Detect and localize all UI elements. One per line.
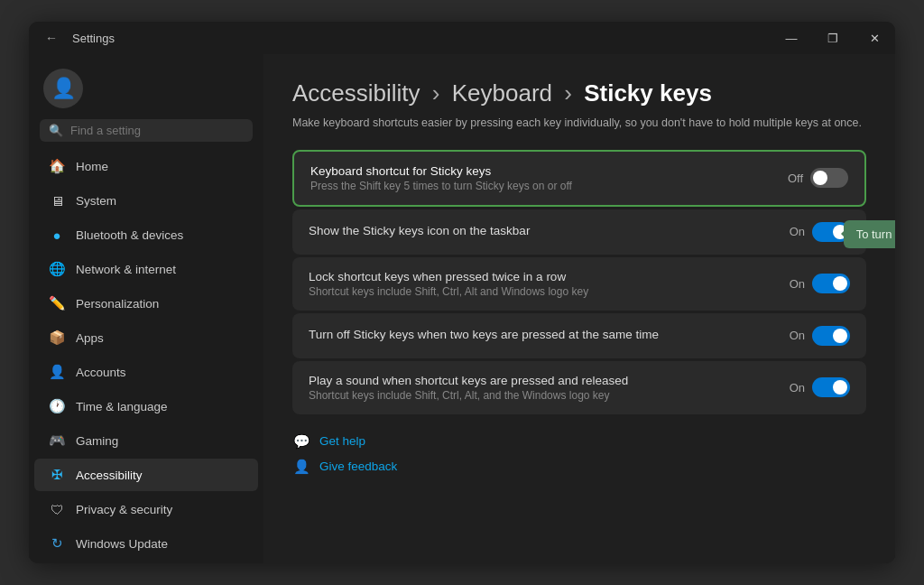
sidebar-item-time[interactable]: 🕐 Time & language	[34, 390, 258, 422]
toggle-lock-shortcut[interactable]	[812, 274, 850, 293]
sidebar-item-system-label: System	[76, 194, 116, 208]
sidebar-item-gaming[interactable]: 🎮 Gaming	[34, 424, 258, 457]
breadcrumb: Accessibility › Keyboard › Sticky keys	[292, 79, 866, 107]
setting-desc-lock-shortcut: Shortcut keys include Shift, Ctrl, Alt a…	[309, 285, 772, 298]
toggle-area-two-keys: On	[790, 326, 850, 346]
toggle-label-show-icon: On	[790, 225, 805, 238]
give-feedback-icon: 👤	[292, 458, 310, 476]
sidebar-item-update[interactable]: ↻ Windows Update	[34, 527, 258, 560]
setting-row-play-sound: Play a sound when shortcut keys are pres…	[292, 361, 866, 414]
give-feedback-label: Give feedback	[319, 460, 397, 473]
sidebar-item-bluetooth-label: Bluetooth & devices	[76, 228, 183, 242]
content-area: 👤 🔍 🏠 Home 🖥 System ● Bluetooth & device…	[29, 54, 895, 563]
sidebar-item-apps-label: Apps	[76, 331, 104, 345]
sidebar-item-privacy-label: Privacy & security	[76, 503, 172, 516]
system-icon: 🖥	[49, 192, 65, 209]
titlebar: ← Settings — ❐ ✕	[29, 22, 895, 54]
breadcrumb-part1: Accessibility	[292, 79, 420, 107]
give-feedback-link[interactable]: 👤 Give feedback	[292, 458, 866, 476]
setting-title-lock-shortcut: Lock shortcut keys when pressed twice in…	[309, 270, 772, 283]
breadcrumb-part2: Keyboard	[452, 79, 552, 107]
toggle-area-play-sound: On	[790, 377, 850, 397]
setting-info-play-sound: Play a sound when shortcut keys are pres…	[309, 374, 772, 402]
accessibility-icon: ✠	[49, 467, 65, 483]
toggle-thumb-two-keys	[833, 329, 847, 343]
toggle-area-keyboard-shortcut: Off	[788, 168, 848, 188]
window-title: Settings	[72, 32, 115, 45]
setting-info-show-icon: Show the Sticky keys icon on the taskbar	[309, 224, 772, 239]
sidebar-item-privacy[interactable]: 🛡 Privacy & security	[34, 493, 258, 525]
toggle-area-show-icon: On To turn off Sticky Keys, flip the tog…	[790, 222, 850, 242]
get-help-label: Get help	[319, 434, 365, 448]
sidebar-item-apps[interactable]: 📦 Apps	[34, 321, 258, 354]
search-icon: 🔍	[49, 124, 63, 137]
back-button[interactable]: ←	[40, 27, 63, 49]
setting-row-show-icon: Show the Sticky keys icon on the taskbar…	[292, 209, 866, 255]
sidebar-item-accessibility-label: Accessibility	[76, 469, 143, 482]
sidebar-item-home-label: Home	[76, 160, 108, 173]
search-box[interactable]: 🔍	[40, 119, 253, 142]
home-icon: 🏠	[49, 158, 65, 174]
setting-row-two-keys: Turn off Sticky keys when two keys are p…	[292, 313, 866, 358]
toggle-keyboard-shortcut[interactable]	[810, 168, 848, 188]
toggle-thumb-keyboard-shortcut	[813, 171, 827, 185]
avatar[interactable]: 👤	[43, 69, 83, 108]
minimize-button[interactable]: —	[771, 22, 812, 54]
sidebar-item-home[interactable]: 🏠 Home	[34, 150, 258, 182]
close-button[interactable]: ✕	[854, 22, 895, 54]
sidebar-item-accessibility[interactable]: ✠ Accessibility	[34, 459, 258, 491]
setting-info-lock-shortcut: Lock shortcut keys when pressed twice in…	[309, 270, 772, 298]
sidebar: 👤 🔍 🏠 Home 🖥 System ● Bluetooth & device…	[29, 54, 263, 563]
toggle-label-two-keys: On	[790, 329, 805, 342]
toggle-label-keyboard-shortcut: Off	[788, 172, 803, 185]
toggle-play-sound[interactable]	[812, 377, 850, 397]
toggle-thumb-lock-shortcut	[833, 276, 847, 291]
search-input[interactable]	[70, 124, 244, 137]
sidebar-item-network[interactable]: 🌐 Network & internet	[34, 253, 258, 285]
setting-title-keyboard-shortcut: Keyboard shortcut for Sticky keys	[310, 164, 770, 178]
setting-row-keyboard-shortcut: Keyboard shortcut for Sticky keys Press …	[292, 150, 866, 207]
privacy-icon: 🛡	[49, 501, 65, 517]
toggle-thumb-play-sound	[833, 380, 847, 395]
setting-row-lock-shortcut: Lock shortcut keys when pressed twice in…	[292, 257, 866, 311]
personalization-icon: ✏️	[49, 295, 65, 311]
gaming-icon: 🎮	[49, 432, 65, 449]
network-icon: 🌐	[49, 261, 65, 277]
sidebar-item-update-label: Windows Update	[76, 537, 168, 551]
breadcrumb-part3: Sticky keys	[584, 79, 712, 107]
setting-info-keyboard-shortcut: Keyboard shortcut for Sticky keys Press …	[310, 164, 770, 192]
tooltip-bubble: To turn off Sticky Keys, flip the toggle…	[844, 220, 895, 248]
bluetooth-icon: ●	[49, 227, 65, 243]
apps-icon: 📦	[49, 330, 65, 346]
sidebar-item-personalization[interactable]: ✏️ Personalization	[34, 287, 258, 320]
toggle-area-lock-shortcut: On	[790, 274, 850, 293]
sidebar-item-system[interactable]: 🖥 System	[34, 184, 258, 217]
setting-info-two-keys: Turn off Sticky keys when two keys are p…	[309, 328, 772, 343]
window-controls: — ❐ ✕	[771, 22, 895, 54]
toggle-label-lock-shortcut: On	[790, 277, 805, 291]
accounts-icon: 👤	[49, 364, 65, 380]
setting-title-two-keys: Turn off Sticky keys when two keys are p…	[309, 328, 772, 341]
link-section: 💬 Get help 👤 Give feedback	[292, 432, 866, 476]
breadcrumb-sep2: ›	[564, 79, 572, 107]
titlebar-left: ← Settings	[40, 27, 115, 49]
sidebar-item-time-label: Time & language	[76, 400, 168, 413]
setting-title-show-icon: Show the Sticky keys icon on the taskbar	[309, 224, 772, 237]
maximize-button[interactable]: ❐	[812, 22, 854, 54]
get-help-link[interactable]: 💬 Get help	[292, 432, 866, 450]
avatar-area: 👤	[29, 54, 263, 119]
sidebar-item-bluetooth[interactable]: ● Bluetooth & devices	[34, 218, 258, 251]
sidebar-item-accounts[interactable]: 👤 Accounts	[34, 356, 258, 388]
setting-desc-keyboard-shortcut: Press the Shift key 5 times to turn Stic…	[310, 180, 770, 192]
page-description: Make keyboard shortcuts easier by pressi…	[292, 115, 866, 132]
setting-desc-play-sound: Shortcut keys include Shift, Ctrl, Alt, …	[309, 389, 772, 402]
sidebar-item-network-label: Network & internet	[76, 263, 176, 276]
sidebar-item-personalization-label: Personalization	[76, 297, 159, 311]
sidebar-item-accounts-label: Accounts	[76, 366, 126, 379]
time-icon: 🕐	[49, 398, 65, 414]
breadcrumb-sep1: ›	[432, 79, 440, 107]
setting-title-play-sound: Play a sound when shortcut keys are pres…	[309, 374, 772, 387]
windows-update-icon: ↻	[49, 535, 65, 552]
toggle-two-keys[interactable]	[812, 326, 850, 346]
settings-window: ← Settings — ❐ ✕ 👤 🔍 🏠 Home 🖥 Sys	[29, 22, 895, 563]
